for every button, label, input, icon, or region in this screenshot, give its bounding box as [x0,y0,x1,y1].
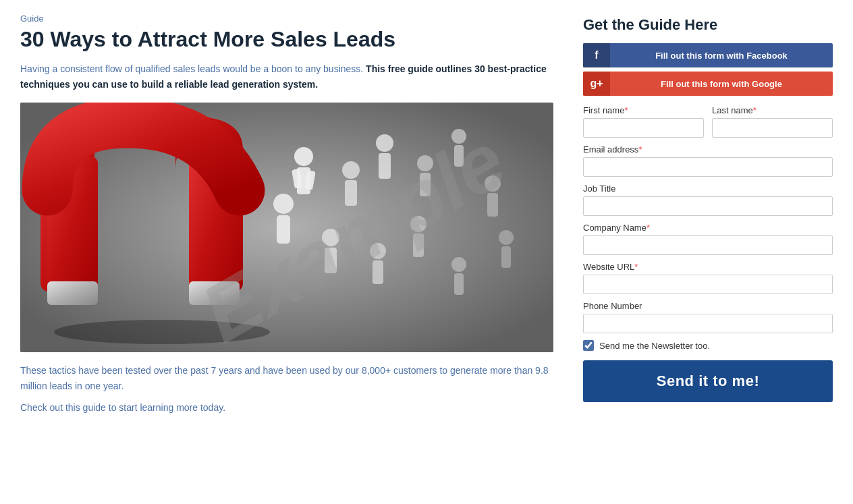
facebook-btn-label: Fill out this form with Facebook [610,51,833,61]
left-panel: Guide 30 Ways to Attract More Sales Lead… [20,13,556,491]
google-plus-icon: g+ [583,72,610,96]
svg-point-33 [273,194,294,214]
svg-rect-14 [345,180,357,206]
first-name-label: First name* [583,105,704,115]
required-star5: * [634,262,638,272]
svg-rect-32 [501,246,511,268]
svg-point-17 [417,155,433,171]
form-title: Get the Guide Here [583,16,833,34]
first-name-group: First name* [583,105,704,138]
phone-input[interactable] [583,314,833,333]
last-name-group: Last name* [712,105,833,138]
website-input[interactable] [583,275,833,294]
svg-rect-24 [325,248,337,273]
svg-point-25 [370,243,386,259]
bottom-text2: Check out this guide to start learning m… [20,400,556,415]
facebook-fill-button[interactable]: f Fill out this form with Facebook [583,43,833,67]
name-row: First name* Last name* [583,105,833,138]
google-btn-label: Fill out this form with Google [610,79,833,89]
company-group: Company Name* [583,223,833,255]
hero-image: Example [20,103,553,352]
form-fields: First name* Last name* Email address* [583,105,833,402]
svg-rect-20 [454,145,464,167]
required-star: * [624,105,628,115]
svg-point-23 [322,229,339,246]
bottom-text: These tactics have been tested over the … [20,363,556,393]
svg-point-9 [294,147,313,166]
right-panel: Get the Guide Here f Fill out this form … [583,13,833,491]
company-label: Company Name* [583,223,833,233]
job-title-label: Job Title [583,184,833,194]
job-title-input[interactable] [583,196,833,216]
svg-point-27 [410,216,426,232]
svg-rect-30 [454,273,464,295]
required-star4: * [646,223,650,233]
page-title: 30 Ways to Attract More Sales Leads [20,26,556,52]
phone-label: Phone Number [583,301,833,311]
newsletter-row: Send me the Newsletter too. [583,340,833,351]
facebook-icon: f [583,43,610,67]
website-label: Website URL* [583,262,833,272]
newsletter-label: Send me the Newsletter too. [599,341,710,351]
svg-point-29 [451,257,466,272]
svg-rect-18 [420,173,431,196]
svg-point-31 [499,230,514,245]
svg-point-13 [342,161,360,179]
email-group: Email address* [583,144,833,177]
intro-text: Having a consistent flow of qualified sa… [20,61,556,92]
svg-rect-22 [487,193,498,217]
svg-point-1 [54,320,270,344]
svg-point-19 [451,129,466,144]
svg-rect-28 [413,233,424,257]
required-star3: * [638,144,642,155]
first-name-input[interactable] [583,118,704,138]
submit-button[interactable]: Send it to me! [583,360,833,402]
google-fill-button[interactable]: g+ Fill out this form with Google [583,72,833,96]
svg-rect-8 [189,281,240,305]
svg-rect-34 [277,215,290,244]
svg-point-21 [485,175,501,192]
job-title-group: Job Title [583,184,833,216]
svg-rect-7 [47,281,98,305]
required-star2: * [753,105,756,115]
svg-point-15 [376,134,393,152]
last-name-label: Last name* [712,105,833,115]
intro-text-plain: Having a consistent flow of qualified sa… [20,63,363,74]
svg-rect-26 [373,260,383,284]
email-input[interactable] [583,157,833,177]
phone-group: Phone Number [583,301,833,333]
newsletter-checkbox[interactable] [583,340,594,351]
company-input[interactable] [583,235,833,255]
email-label: Email address* [583,144,833,155]
website-group: Website URL* [583,262,833,294]
last-name-input[interactable] [712,118,833,138]
svg-rect-16 [379,153,391,179]
guide-label: Guide [20,13,556,24]
